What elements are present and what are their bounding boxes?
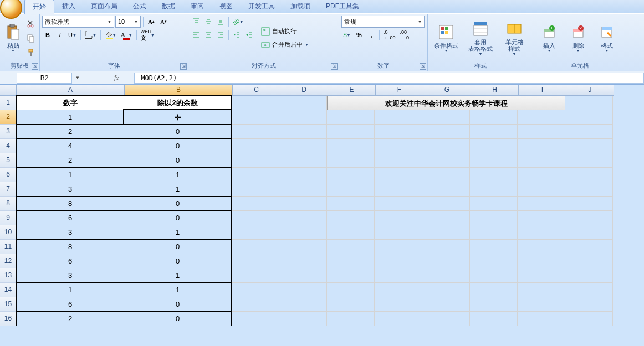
row-header-10[interactable]: 10 xyxy=(0,225,17,240)
row-header-11[interactable]: 11 xyxy=(0,240,17,254)
phonetic-button[interactable]: wén文▼ xyxy=(139,29,156,41)
cell-D5[interactable] xyxy=(279,153,327,168)
cell-I10[interactable] xyxy=(518,225,565,240)
delete-button[interactable]: × 删除▼ xyxy=(564,16,592,60)
cell-E14[interactable] xyxy=(327,283,375,297)
cell-F6[interactable] xyxy=(375,168,422,182)
col-header-H[interactable]: H xyxy=(471,85,519,96)
cell-D4[interactable] xyxy=(279,139,327,153)
merge-center-button[interactable]: a合并后居中▼ xyxy=(259,39,320,51)
col-header-J[interactable]: J xyxy=(566,85,614,96)
bold-button[interactable]: B xyxy=(42,29,53,41)
cell-H16[interactable] xyxy=(470,312,518,326)
row-header-8[interactable]: 8 xyxy=(0,197,17,211)
cell-I6[interactable] xyxy=(518,168,565,182)
cell-J13[interactable] xyxy=(565,268,613,283)
cell-H4[interactable] xyxy=(470,139,518,153)
cell-J12[interactable] xyxy=(565,254,613,268)
cell-C10[interactable] xyxy=(232,225,279,240)
cell-H2[interactable] xyxy=(470,110,518,125)
cell-H11[interactable] xyxy=(470,240,518,254)
cell-A14[interactable]: 1 xyxy=(16,282,124,297)
cell-F15[interactable] xyxy=(375,297,422,312)
cell-A13[interactable]: 3 xyxy=(16,268,124,283)
cell-F2[interactable] xyxy=(375,110,422,125)
cell-H13[interactable] xyxy=(470,268,518,283)
cell-H15[interactable] xyxy=(470,297,518,312)
cell-B8[interactable]: 0 xyxy=(124,196,232,211)
cell-A6[interactable]: 1 xyxy=(16,167,124,182)
align-left-button[interactable] xyxy=(191,29,202,41)
cell-J6[interactable] xyxy=(565,168,613,182)
cell-A3[interactable]: 2 xyxy=(16,124,124,139)
cell-A16[interactable]: 2 xyxy=(16,311,124,326)
cell-E9[interactable] xyxy=(327,211,375,225)
cell-H10[interactable] xyxy=(470,225,518,240)
cell-D16[interactable] xyxy=(279,312,327,326)
cell-I15[interactable] xyxy=(518,297,565,312)
cell-G8[interactable] xyxy=(422,197,470,211)
cell-E4[interactable] xyxy=(327,139,375,153)
cell-D10[interactable] xyxy=(279,225,327,240)
wrap-text-button[interactable]: abc自动换行 xyxy=(259,25,310,38)
cell-F10[interactable] xyxy=(375,225,422,240)
tab-6[interactable]: 视图 xyxy=(212,0,241,13)
cell-E12[interactable] xyxy=(327,254,375,268)
cell-I3[interactable] xyxy=(518,125,565,139)
cell-A8[interactable]: 8 xyxy=(16,196,124,211)
cell-B13[interactable]: 1 xyxy=(124,268,232,283)
row-header-4[interactable]: 4 xyxy=(0,139,17,153)
cell-B2[interactable]: ✛ xyxy=(124,110,232,125)
align-right-button[interactable] xyxy=(215,29,226,41)
cell-F9[interactable] xyxy=(375,211,422,225)
cell-G5[interactable] xyxy=(422,153,470,168)
row-header-3[interactable]: 3 xyxy=(0,125,17,139)
row-header-1[interactable]: 1 xyxy=(0,96,17,110)
cell-I11[interactable] xyxy=(518,240,565,254)
cell-E11[interactable] xyxy=(327,240,375,254)
cell-styles-button[interactable]: 单元格 样式▼ xyxy=(499,16,530,60)
cell-I5[interactable] xyxy=(518,153,565,168)
cell-G16[interactable] xyxy=(422,312,470,326)
cell-D15[interactable] xyxy=(279,297,327,312)
cell-B1[interactable]: 除以2的余数 xyxy=(124,95,232,110)
orientation-button[interactable]: ab▼ xyxy=(231,16,245,28)
cell-H9[interactable] xyxy=(470,211,518,225)
cell-C13[interactable] xyxy=(232,268,279,283)
align-center-button[interactable] xyxy=(203,29,214,41)
cell-A1[interactable]: 数字 xyxy=(16,95,124,110)
cell-I7[interactable] xyxy=(518,182,565,197)
align-top-button[interactable] xyxy=(191,16,202,28)
cell-G10[interactable] xyxy=(422,225,470,240)
cell-H14[interactable] xyxy=(470,283,518,297)
row-header-12[interactable]: 12 xyxy=(0,254,17,268)
tab-5[interactable]: 审阅 xyxy=(183,0,212,13)
format-painter-button[interactable] xyxy=(25,47,37,59)
cell-C14[interactable] xyxy=(232,283,279,297)
cell-I13[interactable] xyxy=(518,268,565,283)
cell-E10[interactable] xyxy=(327,225,375,240)
row-header-15[interactable]: 15 xyxy=(0,297,17,312)
col-header-F[interactable]: F xyxy=(376,85,423,96)
cell-J15[interactable] xyxy=(565,297,613,312)
cell-A11[interactable]: 8 xyxy=(16,239,124,254)
col-header-D[interactable]: D xyxy=(280,85,328,96)
cell-A12[interactable]: 6 xyxy=(16,254,124,268)
font-name-combo[interactable]: 微软雅黑▼ xyxy=(42,16,114,28)
cell-C1[interactable] xyxy=(232,96,279,110)
cell-E6[interactable] xyxy=(327,168,375,182)
cell-H8[interactable] xyxy=(470,197,518,211)
borders-button[interactable]: ▼ xyxy=(83,29,98,41)
row-header-6[interactable]: 6 xyxy=(0,168,17,182)
cell-C5[interactable] xyxy=(232,153,279,168)
cell-G11[interactable] xyxy=(422,240,470,254)
cell-D11[interactable] xyxy=(279,240,327,254)
decrease-font-button[interactable]: A▾ xyxy=(158,16,169,28)
cell-G3[interactable] xyxy=(422,125,470,139)
cell-D9[interactable] xyxy=(279,211,327,225)
cell-F3[interactable] xyxy=(375,125,422,139)
align-middle-button[interactable] xyxy=(203,16,214,28)
cell-D8[interactable] xyxy=(279,197,327,211)
currency-button[interactable]: $▼ xyxy=(341,29,352,41)
cell-B11[interactable]: 0 xyxy=(124,239,232,254)
